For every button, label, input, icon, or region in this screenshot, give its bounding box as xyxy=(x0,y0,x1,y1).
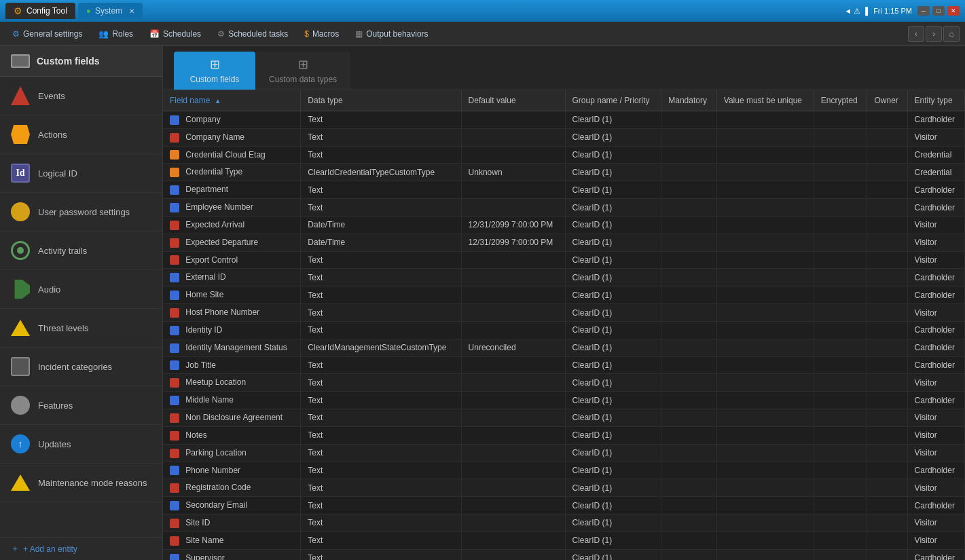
main-toolbar: ⚙ General settings 👥 Roles 📅 Schedules ⚙… xyxy=(0,22,965,46)
col-group-priority-label: Group name / Priority xyxy=(572,96,650,105)
sort-ascending-icon: ▲ xyxy=(215,97,221,105)
table-row[interactable]: External ID Text ClearID (1) Cardholder xyxy=(163,269,965,286)
table-row[interactable]: Job Title Text ClearID (1) Cardholder xyxy=(163,356,965,374)
cell-encrypted xyxy=(814,181,867,199)
table-row[interactable]: Expected Departure Date/Time 12/31/2099 … xyxy=(163,234,965,251)
cell-value-unique xyxy=(716,497,814,515)
cell-default-value: Unknown xyxy=(461,164,565,181)
cell-field-name: Credential Cloud Etag xyxy=(163,146,301,164)
table-row[interactable]: Secondary Email Text ClearID (1) Cardhol… xyxy=(163,497,965,515)
cell-owner xyxy=(867,286,907,304)
table-row[interactable]: Supervisor Text ClearID (1) Cardholder xyxy=(163,549,965,560)
tab-custom-fields[interactable]: ⊞ Custom fields xyxy=(174,52,255,90)
table-row[interactable]: Department Text ClearID (1) Cardholder xyxy=(163,181,965,199)
table-row[interactable]: Host Phone Number Text ClearID (1) Visit… xyxy=(163,304,965,322)
cell-entity-type: Cardholder xyxy=(907,286,964,304)
roles-button[interactable]: 👥 Roles xyxy=(92,26,140,41)
table-row[interactable]: Site Name Text ClearID (1) Visitor xyxy=(163,531,965,549)
table-row[interactable]: Identity Management Status ClearIdManage… xyxy=(163,339,965,356)
cell-encrypted xyxy=(814,479,867,497)
sidebar-item-threat-levels[interactable]: Threat levels xyxy=(0,309,162,348)
tab-config-tool[interactable]: ⚙ Config Tool xyxy=(5,3,75,19)
tab-system-close[interactable]: ✕ xyxy=(129,7,134,15)
sidebar-item-audio[interactable]: Audio xyxy=(0,270,162,309)
col-data-type[interactable]: Data type xyxy=(301,90,461,111)
col-owner[interactable]: Owner xyxy=(867,90,907,111)
forward-arrow[interactable]: › xyxy=(926,26,942,42)
cell-owner xyxy=(867,426,907,444)
cell-default-value xyxy=(461,392,565,409)
table-row[interactable]: Company Name Text ClearID (1) Visitor xyxy=(163,128,965,146)
sidebar-item-maintenance[interactable]: Maintenance mode reasons xyxy=(0,464,162,502)
roles-icon: 👥 xyxy=(98,29,109,39)
table-row[interactable]: Credential Cloud Etag Text ClearID (1) C… xyxy=(163,146,965,164)
sidebar-item-user-password[interactable]: User password settings xyxy=(0,193,162,231)
table-row[interactable]: Middle Name Text ClearID (1) Cardholder xyxy=(163,392,965,409)
maximize-button[interactable]: □ xyxy=(932,6,945,16)
custom-fields-table-area: Field name ▲ Data type Default value Gro… xyxy=(163,90,965,560)
output-behaviors-button[interactable]: ▦ Output behaviors xyxy=(348,26,435,41)
col-mandatory[interactable]: Mandatory xyxy=(661,90,717,111)
scheduled-tasks-button[interactable]: ⚙ Scheduled tasks xyxy=(211,26,295,41)
cell-default-value xyxy=(461,146,565,164)
cell-default-value xyxy=(461,409,565,427)
cell-encrypted xyxy=(814,199,867,217)
cell-data-type: Text xyxy=(301,531,461,549)
sidebar-item-updates[interactable]: ↑ Updates xyxy=(0,425,162,464)
table-row[interactable]: Credential Type ClearIdCredentialTypeCus… xyxy=(163,164,965,181)
table-row[interactable]: Identity ID Text ClearID (1) Cardholder xyxy=(163,321,965,339)
table-row[interactable]: Employee Number Text ClearID (1) Cardhol… xyxy=(163,199,965,217)
col-field-name[interactable]: Field name ▲ xyxy=(163,90,301,111)
macros-button[interactable]: $ Macros xyxy=(297,26,346,41)
minimize-button[interactable]: ─ xyxy=(917,6,930,16)
sidebar-item-features[interactable]: Features xyxy=(0,386,162,425)
cell-encrypted xyxy=(814,392,867,409)
close-button[interactable]: ✕ xyxy=(947,6,960,16)
cell-field-name: Phone Number xyxy=(163,462,301,479)
col-encrypted[interactable]: Encrypted xyxy=(814,90,867,111)
row-type-icon xyxy=(170,501,179,510)
cell-encrypted xyxy=(814,251,867,269)
schedules-button[interactable]: 📅 Schedules xyxy=(143,26,208,41)
table-row[interactable]: Site ID Text ClearID (1) Visitor xyxy=(163,515,965,532)
col-group-priority[interactable]: Group name / Priority xyxy=(565,90,661,111)
cell-default-value xyxy=(461,444,565,462)
sidebar-item-logical-id[interactable]: Id Logical ID xyxy=(0,154,162,193)
tab-custom-data-types[interactable]: ⊞ Custom data types xyxy=(255,52,350,90)
sidebar-item-activity-trails[interactable]: Activity trails xyxy=(0,231,162,270)
cell-default-value xyxy=(461,251,565,269)
table-row[interactable]: Parking Location Text ClearID (1) Visito… xyxy=(163,444,965,462)
col-value-unique[interactable]: Value must be unique xyxy=(716,90,814,111)
cell-default-value: Unreconciled xyxy=(461,339,565,356)
table-row[interactable]: Company Text ClearID (1) Cardholder xyxy=(163,111,965,129)
table-row[interactable]: Registration Code Text ClearID (1) Visit… xyxy=(163,479,965,497)
home-arrow[interactable]: ⌂ xyxy=(943,26,960,42)
table-row[interactable]: Export Control Text ClearID (1) Visitor xyxy=(163,251,965,269)
tab-system[interactable]: ● System ✕ xyxy=(78,3,143,19)
sidebar-item-actions[interactable]: Actions xyxy=(0,115,162,154)
add-entity-button[interactable]: ＋ + Add an entity xyxy=(11,543,151,555)
cell-data-type: Text xyxy=(301,549,461,560)
cell-mandatory xyxy=(661,321,717,339)
sidebar-item-incident-categories[interactable]: Incident categories xyxy=(0,348,162,386)
col-default-value[interactable]: Default value xyxy=(461,90,565,111)
table-row[interactable]: Expected Arrival Date/Time 12/31/2099 7:… xyxy=(163,216,965,234)
cell-group-priority: ClearID (1) xyxy=(565,462,661,479)
content-tabs: ⊞ Custom fields ⊞ Custom data types xyxy=(163,46,965,90)
table-row[interactable]: Non Disclosure Agreement Text ClearID (1… xyxy=(163,409,965,427)
cell-owner xyxy=(867,164,907,181)
back-arrow[interactable]: ‹ xyxy=(908,26,924,42)
sidebar-item-events[interactable]: Events xyxy=(0,77,162,115)
table-row[interactable]: Phone Number Text ClearID (1) Cardholder xyxy=(163,462,965,479)
cell-group-priority: ClearID (1) xyxy=(565,181,661,199)
general-settings-button[interactable]: ⚙ General settings xyxy=(5,26,89,41)
roles-label: Roles xyxy=(112,29,133,39)
cell-entity-type: Cardholder xyxy=(907,549,964,560)
updates-icon: ↑ xyxy=(11,434,30,453)
table-row[interactable]: Notes Text ClearID (1) Visitor xyxy=(163,426,965,444)
sidebar-item-logical-id-label: Logical ID xyxy=(38,168,77,179)
cell-entity-type: Cardholder xyxy=(907,392,964,409)
table-row[interactable]: Home Site Text ClearID (1) Cardholder xyxy=(163,286,965,304)
table-row[interactable]: Meetup Location Text ClearID (1) Visitor xyxy=(163,374,965,392)
col-entity-type[interactable]: Entity type xyxy=(907,90,964,111)
